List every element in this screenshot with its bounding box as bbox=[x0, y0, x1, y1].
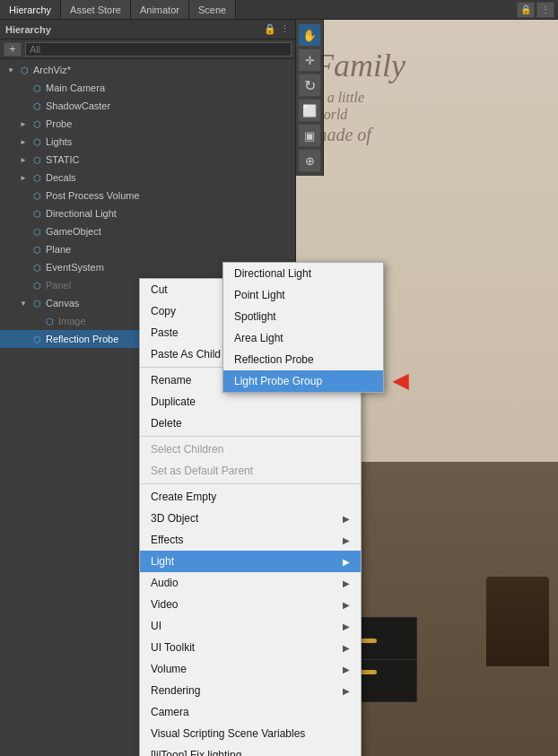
tree-arrow-lights: ► bbox=[20, 138, 31, 146]
tab-asset-store[interactable]: Asset Store bbox=[61, 0, 131, 19]
tool-move[interactable]: ✛ bbox=[298, 48, 321, 72]
ctx-item-3d_object[interactable]: 3D Object▶ bbox=[140, 508, 361, 529]
submenu-arrow-effects: ▶ bbox=[343, 535, 350, 545]
tool-scale[interactable]: ⬜ bbox=[298, 99, 321, 122]
ctx-label-visual_scripting: Visual Scripting Scene Variables bbox=[151, 727, 305, 740]
tree-arrow-probe: ► bbox=[20, 120, 31, 128]
ctx-label-paste: Paste bbox=[151, 326, 179, 339]
sub-item-light_probe_group[interactable]: Light Probe Group◀ bbox=[223, 370, 383, 392]
ctx-label-rendering: Rendering bbox=[151, 684, 200, 697]
sub-item-dir_light[interactable]: Directional Light bbox=[223, 263, 383, 284]
tree-label-image: Image bbox=[58, 316, 86, 326]
tree-icon-static: ⬡ bbox=[31, 153, 43, 166]
panel-header: Hierarchy 🔒 ⋮ bbox=[0, 20, 295, 39]
submenu-arrow-audio: ▶ bbox=[343, 578, 350, 588]
ctx-item-audio[interactable]: Audio▶ bbox=[140, 572, 361, 594]
ctx-item-camera[interactable]: Camera bbox=[140, 701, 361, 723]
ctx-label-ui_toolkit: UI Toolkit bbox=[151, 641, 195, 654]
ctx-item-liltoon[interactable]: [lilToon] Fix lighting bbox=[140, 744, 361, 756]
ctx-label-audio: Audio bbox=[151, 577, 179, 589]
add-button[interactable]: + bbox=[4, 42, 22, 56]
tree-item-maincam[interactable]: ⬡Main Camera bbox=[0, 79, 295, 97]
search-input[interactable] bbox=[25, 42, 292, 56]
ctx-label-paste_as_child: Paste As Child bbox=[151, 348, 221, 361]
ctx-item-set_default: Set as Default Parent bbox=[140, 460, 361, 482]
sub-item-point_light[interactable]: Point Light bbox=[223, 284, 383, 306]
ctx-separator-sep2 bbox=[140, 436, 361, 437]
red-arrow-icon: ◀ bbox=[393, 369, 408, 393]
ctx-item-ui_toolkit[interactable]: UI Toolkit▶ bbox=[140, 637, 361, 658]
ctx-label-duplicate: Duplicate bbox=[151, 395, 196, 408]
ctx-label-delete: Delete bbox=[151, 417, 182, 430]
tool-rotate[interactable]: ↻ bbox=[298, 74, 321, 97]
sub-item-refl_probe[interactable]: Reflection Probe bbox=[223, 349, 383, 370]
tree-label-decals: Decals bbox=[46, 172, 76, 183]
submenu-arrow-rendering: ▶ bbox=[343, 686, 350, 696]
tree-item-ppv[interactable]: ⬡Post Process Volume bbox=[0, 187, 295, 204]
tree-label-dirlight: Directional Light bbox=[46, 208, 117, 219]
ctx-item-delete[interactable]: Delete bbox=[140, 413, 361, 434]
ctx-item-video[interactable]: Video▶ bbox=[140, 594, 361, 615]
ctx-item-rendering[interactable]: Rendering▶ bbox=[140, 680, 361, 701]
sub-item-spotlight[interactable]: Spotlight bbox=[223, 306, 383, 327]
tool-transform[interactable]: ⊕ bbox=[298, 149, 321, 172]
ctx-item-ui[interactable]: UI▶ bbox=[140, 615, 361, 637]
tab-scene[interactable]: Scene bbox=[189, 0, 236, 19]
tree-icon-panel: ⬡ bbox=[31, 279, 43, 291]
more-icon[interactable]: ⋮ bbox=[536, 2, 554, 18]
tree-icon-dirlight: ⬡ bbox=[31, 207, 43, 220]
sub-label-area_light: Area Light bbox=[234, 332, 283, 344]
tool-rect[interactable]: ▣ bbox=[298, 124, 321, 147]
sub-item-area_light[interactable]: Area Light bbox=[223, 327, 383, 349]
ctx-label-create_empty: Create Empty bbox=[151, 491, 216, 503]
tool-hand[interactable]: ✋ bbox=[298, 23, 321, 47]
tree-item-decals[interactable]: ►⬡Decals bbox=[0, 169, 295, 187]
ctx-item-volume[interactable]: Volume▶ bbox=[140, 658, 361, 680]
sub-label-dir_light: Directional Light bbox=[234, 267, 311, 280]
ctx-item-visual_scripting[interactable]: Visual Scripting Scene Variables bbox=[140, 723, 361, 744]
tree-icon-image: ⬡ bbox=[43, 315, 56, 327]
tree-label-plane: Plane bbox=[46, 244, 71, 255]
tree-item-dirlight[interactable]: ⬡Directional Light bbox=[0, 204, 295, 222]
tree-icon-maincam: ⬡ bbox=[31, 82, 43, 94]
ctx-item-duplicate[interactable]: Duplicate bbox=[140, 391, 361, 413]
tree-item-lights[interactable]: ►⬡Lights bbox=[0, 133, 295, 151]
tab-hierarchy[interactable]: Hierarchy bbox=[0, 0, 61, 19]
submenu-arrow-ui_toolkit: ▶ bbox=[343, 643, 350, 653]
scene-toolbar: ✋ ✛ ↻ ⬜ ▣ ⊕ bbox=[296, 20, 324, 176]
ctx-item-create_empty[interactable]: Create Empty bbox=[140, 486, 361, 508]
lock-panel-icon[interactable]: 🔒 bbox=[264, 23, 276, 35]
scene-text: Family is a little world made of bbox=[314, 47, 405, 145]
tree-label-ppv: Post Process Volume bbox=[46, 190, 140, 201]
tree-label-maincam: Main Camera bbox=[46, 83, 105, 93]
ctx-item-effects[interactable]: Effects▶ bbox=[140, 529, 361, 551]
tree-item-plane[interactable]: ⬡Plane bbox=[0, 240, 295, 258]
sub-label-spotlight: Spotlight bbox=[234, 310, 276, 323]
panel-title: Hierarchy bbox=[5, 24, 264, 35]
sub-label-point_light: Point Light bbox=[234, 289, 285, 301]
tree-item-probe[interactable]: ►⬡Probe bbox=[0, 115, 295, 133]
tab-animator[interactable]: Animator bbox=[131, 0, 189, 19]
tree-item-shadowcaster[interactable]: ⬡ShadowCaster bbox=[0, 97, 295, 115]
ctx-item-light[interactable]: Light▶ bbox=[140, 551, 361, 572]
ctx-label-camera: Camera bbox=[151, 706, 189, 718]
tree-label-evtsys: EventSystem bbox=[46, 262, 104, 273]
scene-text-line3: world bbox=[314, 106, 405, 123]
tree-item-static[interactable]: ►⬡STATIC bbox=[0, 151, 295, 169]
tree-label-panel: Panel bbox=[46, 280, 71, 291]
ctx-label-set_default: Set as Default Parent bbox=[151, 465, 253, 477]
tree-label-lights: Lights bbox=[46, 136, 72, 147]
panel-header-icons: 🔒 ⋮ bbox=[264, 23, 290, 35]
scene-text-line4: made of bbox=[314, 124, 405, 145]
ctx-label-video: Video bbox=[151, 598, 178, 611]
tree-icon-reflprobe: ⬡ bbox=[31, 333, 43, 345]
submenu-arrow-volume: ▶ bbox=[343, 665, 350, 674]
tree-item-archviz[interactable]: ▼⬡ArchViz* bbox=[0, 61, 295, 79]
ctx-label-cut: Cut bbox=[151, 283, 168, 296]
tree-label-shadowcaster: ShadowCaster bbox=[46, 100, 110, 111]
tree-item-gameobj[interactable]: ⬡GameObject bbox=[0, 222, 295, 240]
chair-back bbox=[486, 577, 549, 666]
lock-icon[interactable]: 🔒 bbox=[517, 2, 535, 18]
menu-panel-icon[interactable]: ⋮ bbox=[280, 23, 290, 35]
tree-icon-decals: ⬡ bbox=[31, 171, 43, 184]
